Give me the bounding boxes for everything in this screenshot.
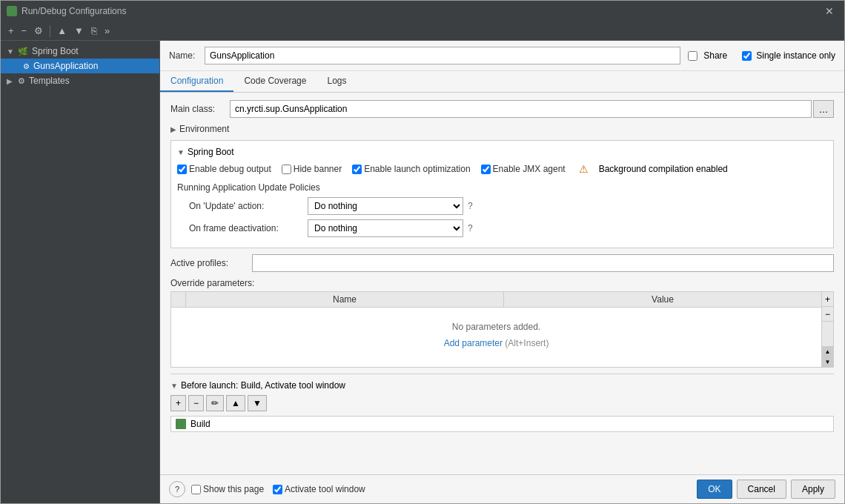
params-scrollbar-track <box>822 322 833 346</box>
config-panel: Name: Share Single instance only Configu… <box>160 41 844 503</box>
name-label: Name: <box>169 50 199 61</box>
enable-launch-text: Enable launch optimization <box>364 164 470 174</box>
close-button[interactable]: ✕ <box>821 4 838 19</box>
enable-debug-checkbox[interactable] <box>177 165 187 174</box>
main-class-browse-button[interactable]: … <box>813 100 834 118</box>
share-checkbox[interactable] <box>688 51 697 61</box>
add-param-shortcut: (Alt+Insert) <box>505 338 549 348</box>
footer-buttons: OK Cancel Apply <box>697 480 835 499</box>
sidebar-item-springboot[interactable]: ▼ 🌿 Spring Boot <box>1 44 159 59</box>
hide-banner-checkbox[interactable] <box>282 165 291 174</box>
params-table-wrapper: Name Value No parameters added. Add para… <box>170 291 834 368</box>
params-add-button[interactable]: + <box>822 292 833 307</box>
params-scroll-up-button[interactable]: ▲ <box>822 346 833 357</box>
ok-button[interactable]: OK <box>697 480 732 499</box>
frame-deactivation-label: On frame deactivation: <box>189 223 308 233</box>
main-class-label: Main class: <box>170 104 230 114</box>
active-profiles-label: Active profiles: <box>170 258 252 268</box>
move-down-button[interactable]: ▼ <box>71 24 87 38</box>
main-class-row: Main class: … <box>170 100 834 118</box>
tab-configuration[interactable]: Configuration <box>160 71 233 92</box>
sidebar-guns-label: GunsApplication <box>33 61 98 71</box>
override-params-label: Override parameters: <box>170 278 834 288</box>
before-launch-edit-button[interactable]: ✏ <box>206 395 224 411</box>
before-launch-up-button[interactable]: ▲ <box>226 395 245 411</box>
active-profiles-row: Active profiles: <box>170 254 834 272</box>
window-title: Run/Debug Configurations <box>21 6 821 16</box>
override-params-section: Override parameters: Name Value No param… <box>170 278 834 368</box>
params-scroll-down-button[interactable]: ▼ <box>822 357 833 367</box>
before-launch-header: ▼ Before launch: Build, Activate tool wi… <box>170 380 834 391</box>
before-launch-section: ▼ Before launch: Build, Activate tool wi… <box>170 374 834 432</box>
edit-config-button[interactable]: ⚙ <box>31 24 46 38</box>
hide-banner-label: Hide banner <box>282 164 342 174</box>
spring-boot-header: ▼ Spring Boot <box>177 147 827 157</box>
params-name-col: Name <box>186 292 504 307</box>
toolbar-separator <box>50 25 50 37</box>
update-action-help-icon[interactable]: ? <box>468 201 473 211</box>
before-launch-label: Before launch: Build, Activate tool wind… <box>181 380 345 391</box>
apply-button[interactable]: Apply <box>791 480 835 499</box>
before-launch-down-button[interactable]: ▼ <box>248 395 267 411</box>
tab-code-coverage[interactable]: Code Coverage <box>233 71 317 92</box>
before-launch-add-button[interactable]: + <box>170 395 186 411</box>
name-input[interactable] <box>205 47 680 64</box>
frame-deactivation-select[interactable]: Do nothing <box>308 219 463 237</box>
update-policies-label: Running Application Update Policies <box>177 182 827 193</box>
single-instance-checkbox[interactable] <box>742 51 752 61</box>
sidebar-item-guns[interactable]: ⚙ GunsApplication <box>1 59 159 73</box>
params-side-buttons: + − ▲ ▼ <box>822 291 834 368</box>
share-section: Share Single instance only <box>688 50 835 61</box>
main-content: ▼ 🌿 Spring Boot ⚙ GunsApplication ▶ ⚙ Te… <box>1 41 844 503</box>
tab-logs[interactable]: Logs <box>317 71 357 92</box>
no-params-text: No parameters added. <box>452 322 540 332</box>
checkboxes-row: Enable debug output Hide banner Enable l… <box>177 163 827 175</box>
params-empty-message: No parameters added. Add parameter (Alt+… <box>171 308 821 367</box>
toolbar: + − ⚙ ▲ ▼ ⎘ » <box>1 21 844 41</box>
show-page-checkbox[interactable] <box>191 485 201 494</box>
hide-banner-text: Hide banner <box>294 164 342 174</box>
cancel-button[interactable]: Cancel <box>737 480 786 499</box>
background-compilation-text: Background compilation enabled <box>599 164 728 174</box>
environment-label: Environment <box>179 124 229 134</box>
sidebar-templates-label: Templates <box>29 76 70 86</box>
build-item: Build <box>170 416 834 432</box>
add-config-button[interactable]: + <box>5 24 17 38</box>
active-profiles-input[interactable] <box>252 254 834 272</box>
main-class-input[interactable] <box>230 100 812 118</box>
window-icon <box>7 6 17 16</box>
params-remove-button[interactable]: − <box>822 307 833 322</box>
more-button[interactable]: » <box>102 24 113 38</box>
before-launch-remove-button[interactable]: − <box>188 395 204 411</box>
share-label: Share <box>703 50 727 61</box>
update-action-select[interactable]: Do nothing <box>308 197 463 215</box>
remove-config-button[interactable]: − <box>19 24 30 38</box>
help-button[interactable]: ? <box>169 481 185 497</box>
params-table: Name Value No parameters added. Add para… <box>170 291 822 368</box>
guns-icon: ⚙ <box>23 62 30 70</box>
build-icon <box>176 419 186 429</box>
springboot-icon: 🌿 <box>18 47 28 56</box>
update-action-row: On 'Update' action: Do nothing ? <box>189 197 827 215</box>
title-bar: Run/Debug Configurations ✕ <box>1 1 844 21</box>
add-parameter-link[interactable]: Add parameter (Alt+Insert) <box>444 338 549 348</box>
environment-header[interactable]: ▶ Environment <box>170 124 834 134</box>
enable-jmx-label: Enable JMX agent <box>481 164 566 174</box>
environment-section: ▶ Environment <box>170 124 834 134</box>
add-param-link-text: Add parameter <box>444 338 503 348</box>
copy-config-button[interactable]: ⎘ <box>88 24 100 38</box>
params-table-body: No parameters added. Add parameter (Alt+… <box>171 308 821 367</box>
bottom-row: ? Show this page Activate tool window OK… <box>160 474 844 503</box>
enable-jmx-text: Enable JMX agent <box>493 164 566 174</box>
enable-jmx-checkbox[interactable] <box>481 165 491 174</box>
environment-arrow: ▶ <box>170 125 176 133</box>
spring-boot-section: ▼ Spring Boot Enable debug output Hide b… <box>170 140 834 248</box>
move-up-button[interactable]: ▲ <box>54 24 70 38</box>
sidebar-item-templates[interactable]: ▶ ⚙ Templates <box>1 73 159 88</box>
frame-deactivation-help-icon[interactable]: ? <box>468 223 473 233</box>
activate-window-checkbox[interactable] <box>273 485 282 494</box>
enable-launch-checkbox[interactable] <box>352 165 362 174</box>
params-check-col <box>171 292 186 307</box>
spring-boot-arrow: ▼ <box>177 148 185 156</box>
before-launch-arrow: ▼ <box>170 382 178 390</box>
